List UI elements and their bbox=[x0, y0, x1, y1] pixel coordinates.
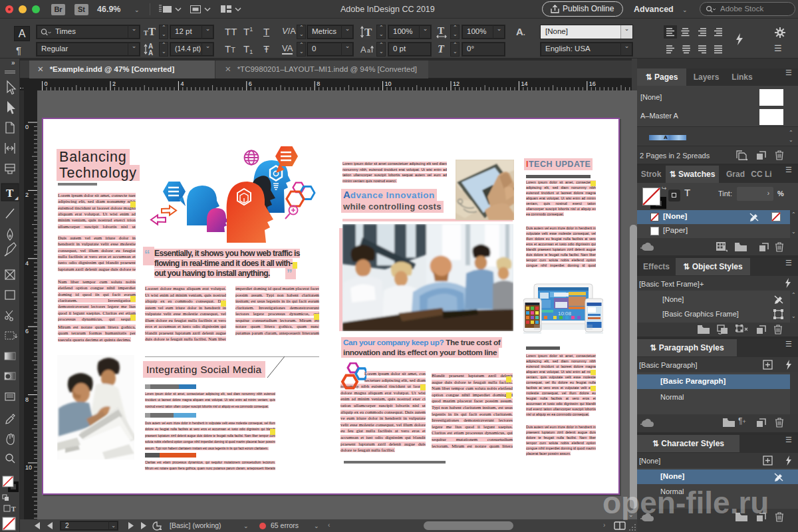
svg-text:a: a bbox=[367, 47, 370, 54]
svg-text:0: 0 bbox=[25, 124, 29, 130]
svg-text:4: 4 bbox=[180, 80, 184, 87]
svg-text:A: A bbox=[360, 45, 366, 55]
svg-text:16: 16 bbox=[589, 80, 596, 87]
svg-text:T: T bbox=[364, 26, 372, 39]
svg-text:8: 8 bbox=[25, 396, 29, 403]
svg-text:2: 2 bbox=[25, 192, 29, 198]
svg-text:10: 10 bbox=[25, 464, 32, 471]
svg-text:T: T bbox=[11, 505, 16, 513]
svg-text:10: 10 bbox=[385, 80, 392, 87]
svg-text:T: T bbox=[438, 25, 444, 36]
svg-text:◢: ◢ bbox=[15, 196, 19, 200]
svg-text:12: 12 bbox=[453, 80, 460, 87]
svg-text:0: 0 bbox=[45, 80, 48, 87]
svg-text:14: 14 bbox=[521, 80, 527, 87]
svg-text:2: 2 bbox=[112, 80, 116, 87]
svg-text:A: A bbox=[148, 49, 153, 56]
svg-text:»: » bbox=[11, 61, 15, 66]
svg-text:4: 4 bbox=[25, 260, 29, 267]
svg-text:6: 6 bbox=[249, 80, 252, 87]
svg-text:8: 8 bbox=[317, 80, 320, 87]
svg-text:6: 6 bbox=[25, 328, 29, 334]
svg-text:10:08: 10:08 bbox=[558, 311, 572, 317]
svg-text:T: T bbox=[6, 187, 14, 200]
